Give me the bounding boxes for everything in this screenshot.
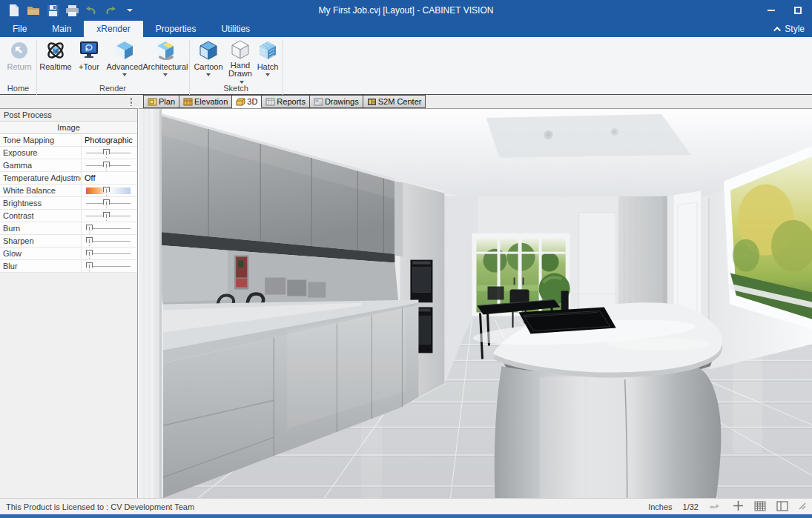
tab-elevation[interactable]: Elevation	[179, 95, 232, 108]
post-process-header: Post Process	[0, 109, 137, 122]
realtime-button[interactable]: Realtime	[39, 39, 73, 82]
style-button[interactable]: Style	[776, 21, 805, 37]
blur-slider[interactable]	[86, 262, 131, 271]
tab-3d[interactable]: 3D	[232, 95, 262, 108]
return-icon	[8, 39, 30, 62]
split-pane-icon[interactable]	[776, 501, 788, 513]
advanced-cube-icon	[113, 39, 136, 62]
row-gamma: Gamma	[0, 159, 137, 172]
hand-drawn-button[interactable]: Hand Drawn	[225, 39, 255, 82]
grid-view-icon[interactable]	[754, 501, 766, 513]
menu-tab-xrender[interactable]: xRender	[84, 21, 142, 37]
architectural-cube-icon	[154, 39, 176, 62]
exposure-slider[interactable]	[86, 148, 131, 158]
row-sharpen: Sharpen	[0, 235, 137, 248]
ribbon-group-home: Home	[0, 82, 36, 93]
row-tone-mapping: Tone Mapping Photographic	[0, 134, 137, 147]
window-bottom-border	[0, 514, 812, 518]
ribbon-group-sketch: Sketch	[189, 82, 283, 93]
tab-reports[interactable]: Reports	[262, 95, 310, 108]
cartoon-button[interactable]: Cartoon	[191, 39, 225, 82]
glow-slider[interactable]	[86, 249, 131, 259]
tone-mapping-value[interactable]: Photographic	[85, 136, 133, 145]
hatch-cube-icon	[257, 39, 279, 62]
tour-icon	[78, 39, 100, 62]
menu-tab-file[interactable]: File	[0, 21, 39, 37]
plan-icon	[148, 98, 157, 106]
advanced-button[interactable]: Advanced	[106, 39, 143, 82]
temperature-adjustment-value[interactable]: Off	[85, 173, 95, 182]
resize-grip-icon[interactable]	[799, 502, 806, 511]
s2m-center-icon	[367, 98, 377, 106]
dropdown-caret-icon	[265, 73, 270, 76]
menu-bar: File Main xRender Properties Utilities S…	[0, 21, 812, 37]
redo-icon[interactable]	[104, 4, 117, 17]
dropdown-caret-icon	[206, 73, 211, 76]
menu-tab-main[interactable]: Main	[39, 21, 84, 37]
cartoon-cube-icon	[197, 39, 219, 62]
row-blur: Blur	[0, 260, 137, 273]
architectural-button[interactable]: Architectural	[142, 39, 188, 82]
3d-box-icon	[236, 98, 245, 106]
style-button-label: Style	[785, 24, 805, 34]
menu-tab-utilities[interactable]: Utilities	[208, 21, 263, 37]
white-balance-slider[interactable]	[86, 186, 131, 196]
post-process-panel: Post Process Image Tone Mapping Photogra…	[0, 108, 138, 498]
toolbar-options-caret-icon[interactable]	[123, 4, 136, 17]
hatch-button[interactable]: Hatch	[254, 39, 281, 82]
status-bar: This Product is Licensed to : CV Develop…	[0, 498, 812, 514]
row-temperature-adjustment: Temperature Adjustment Off	[0, 172, 137, 185]
hand-drawn-cube-icon	[229, 39, 251, 60]
scale-indicator[interactable]: 1/32	[683, 502, 699, 511]
tab-s2m-center[interactable]: S2M Center	[363, 95, 426, 108]
view-tab-strip: Plan Elevation 3D Reports Drawings S2M C…	[0, 95, 812, 108]
license-text: This Product is Licensed to : CV Develop…	[0, 502, 194, 511]
tab-drawings[interactable]: Drawings	[310, 95, 363, 108]
row-contrast: Contrast	[0, 210, 137, 222]
dropdown-caret-icon	[122, 73, 127, 76]
tour-button[interactable]: +Tour	[74, 39, 104, 82]
print-icon[interactable]	[65, 4, 79, 17]
menu-tab-properties[interactable]: Properties	[143, 21, 209, 37]
pan-tool-icon[interactable]	[709, 502, 722, 511]
row-burn: Burn	[0, 222, 137, 235]
gamma-slider[interactable]	[86, 161, 131, 170]
row-glow: Glow	[0, 248, 137, 260]
kitchen-render-image	[139, 109, 812, 498]
brightness-slider[interactable]	[86, 199, 131, 208]
row-white-balance: White Balance	[0, 185, 137, 197]
cabinet-vision-window: My First Job.cvj [Layout] - CABINET VISI…	[0, 0, 812, 518]
title-bar: My First Job.cvj [Layout] - CABINET VISI…	[0, 0, 812, 21]
ribbon: Return Realtime +Tour Advanced	[0, 37, 812, 95]
burn-slider[interactable]	[86, 224, 131, 233]
quick-access-toolbar	[0, 4, 136, 17]
panel-grip-handle[interactable]	[130, 97, 133, 106]
open-folder-icon[interactable]	[27, 4, 40, 17]
zoom-in-icon[interactable]	[733, 500, 744, 513]
collapse-ribbon-icon	[773, 26, 781, 33]
row-exposure: Exposure	[0, 147, 137, 159]
drawings-icon	[314, 98, 323, 106]
units-indicator[interactable]: Inches	[648, 502, 672, 511]
ribbon-group-render: Render	[36, 82, 189, 93]
render-3d-view[interactable]	[139, 108, 812, 498]
undo-icon[interactable]	[85, 4, 98, 17]
new-file-icon[interactable]	[7, 4, 21, 17]
reports-icon	[265, 98, 275, 106]
elevation-icon	[183, 98, 193, 106]
minimize-button[interactable]	[768, 10, 775, 11]
row-brightness: Brightness	[0, 197, 137, 210]
contrast-slider[interactable]	[86, 211, 131, 221]
image-section-header[interactable]: Image	[0, 122, 137, 134]
return-button[interactable]: Return	[3, 39, 36, 82]
save-icon[interactable]	[46, 4, 59, 17]
dropdown-caret-icon	[163, 73, 168, 76]
sharpen-slider[interactable]	[86, 236, 131, 246]
tab-plan[interactable]: Plan	[143, 95, 179, 108]
maximize-button[interactable]	[794, 7, 802, 14]
realtime-icon	[44, 39, 67, 62]
